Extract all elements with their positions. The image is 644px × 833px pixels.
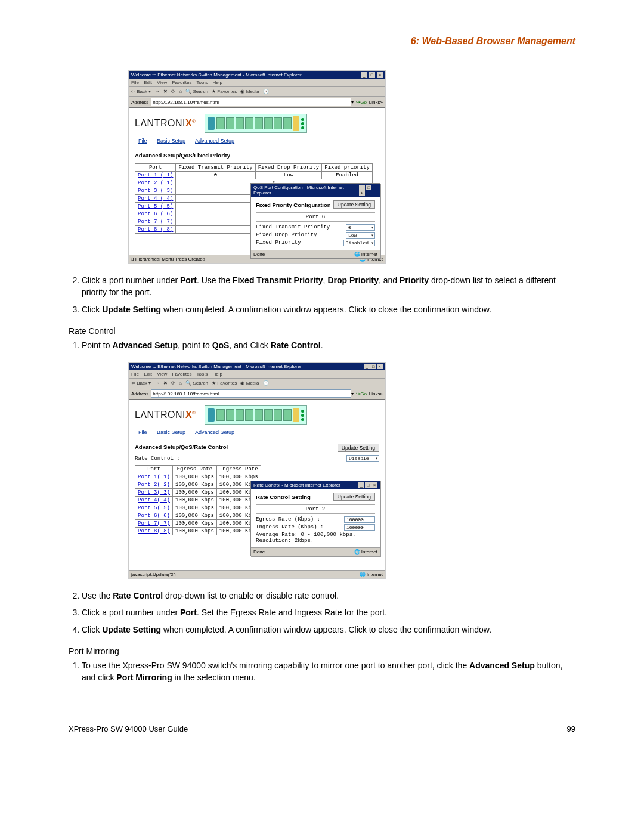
menu-view[interactable]: View xyxy=(157,371,167,377)
chapter-header: 6: Web-Based Browser Management xyxy=(69,36,575,47)
port-link[interactable]: Port 6( 6) xyxy=(138,513,170,519)
menu-file[interactable]: File xyxy=(131,371,139,377)
close-icon[interactable]: × xyxy=(371,482,377,488)
lantronix-logo: LΛNTRONIX® xyxy=(135,118,196,129)
back-button[interactable]: ⇦ Back ▾ xyxy=(131,380,151,386)
menu-tools[interactable]: Tools xyxy=(197,80,208,85)
home-icon[interactable]: ⌂ xyxy=(179,380,182,386)
port-link[interactable]: Port 5 ( 5) xyxy=(138,203,173,209)
search-button[interactable]: 🔍 Search xyxy=(185,89,208,94)
text: when completed. A confirmation window ap… xyxy=(161,625,491,634)
port-link[interactable]: Port 7 ( 7) xyxy=(138,219,173,225)
favorites-button[interactable]: ★ Favorites xyxy=(212,380,237,386)
fp-select[interactable]: Disabled xyxy=(343,240,375,246)
port-link[interactable]: Port 1 ( 1) xyxy=(138,172,173,178)
port-link[interactable]: Port 1( 1) xyxy=(138,474,170,480)
menu-edit[interactable]: Edit xyxy=(144,80,152,85)
address-dropdown-icon[interactable]: ▾ xyxy=(351,391,354,397)
table-row: Port 8( 8)100,000 Kbps100,000 Kbps xyxy=(135,528,261,535)
port-link[interactable]: Port 8( 8) xyxy=(138,528,170,534)
close-icon[interactable]: × xyxy=(359,190,365,196)
ie-addressbar: Address ▾ ↪Go Links » xyxy=(129,97,385,108)
go-button[interactable]: ↪Go xyxy=(356,391,367,397)
menu-help[interactable]: Help xyxy=(213,371,222,377)
window-buttons: _ □ × xyxy=(361,72,383,78)
egress-input[interactable]: 100000 xyxy=(344,516,375,523)
close-icon[interactable]: × xyxy=(377,364,383,369)
text: , point to xyxy=(178,340,212,350)
maximize-icon[interactable]: □ xyxy=(366,185,371,190)
fav-label: Favorites xyxy=(217,89,237,94)
refresh-icon[interactable]: ⟳ xyxy=(171,380,175,386)
update-setting-button[interactable]: Update Setting xyxy=(333,493,375,501)
menu-view[interactable]: View xyxy=(157,80,167,85)
menu-favorites[interactable]: Favorites xyxy=(172,80,192,85)
stop-icon[interactable]: ✖ xyxy=(163,380,168,386)
media-button[interactable]: ◉ Media xyxy=(240,380,259,386)
cell: 100,000 Kbps xyxy=(173,489,217,497)
port-link[interactable]: Port 2 ( 1) xyxy=(138,180,173,186)
menu-help[interactable]: Help xyxy=(213,80,222,85)
menu-tools[interactable]: Tools xyxy=(197,371,208,377)
search-button[interactable]: 🔍 Search xyxy=(185,380,208,386)
ftp-select[interactable]: 0 xyxy=(346,224,375,231)
refresh-icon[interactable]: ⟳ xyxy=(171,89,175,94)
table-row: Port 7( 7)100,000 Kbps100,000 Kbps xyxy=(135,520,261,528)
cell: 100,000 Kbps xyxy=(173,473,217,481)
links-label[interactable]: Links xyxy=(369,100,380,105)
nav-file[interactable]: File xyxy=(138,429,147,435)
go-button[interactable]: ↪Go xyxy=(356,100,367,105)
port-link[interactable]: Port 3( 3) xyxy=(138,490,170,496)
ingress-input[interactable]: 100000 xyxy=(344,524,375,531)
update-setting-button[interactable]: Update Setting xyxy=(338,444,379,452)
address-input[interactable] xyxy=(151,389,351,398)
port-link[interactable]: Port 4( 4) xyxy=(138,497,170,503)
minimize-icon[interactable]: _ xyxy=(364,364,370,369)
status-zone: 🌐 Internet xyxy=(354,252,377,257)
port-link[interactable]: Port 5( 5) xyxy=(138,505,170,511)
favorites-button[interactable]: ★ Favorites xyxy=(212,89,237,94)
nav-file[interactable]: File xyxy=(138,138,147,144)
menu-file[interactable]: File xyxy=(131,80,139,85)
stop-icon[interactable]: ✖ xyxy=(163,89,168,94)
history-icon[interactable]: 🕓 xyxy=(263,380,269,386)
address-input[interactable] xyxy=(151,98,351,106)
port-link[interactable]: Port 3 ( 3) xyxy=(138,188,173,194)
menu-edit[interactable]: Edit xyxy=(144,371,152,377)
home-icon[interactable]: ⌂ xyxy=(179,89,182,94)
port-link[interactable]: Port 6 ( 6) xyxy=(138,211,173,217)
cell: 100,000 Kbps xyxy=(173,528,217,535)
rate-control-table: Port Egress Rate Ingress Rate Port 1( 1)… xyxy=(135,465,261,535)
links-label[interactable]: Links xyxy=(369,391,380,397)
minimize-icon[interactable]: _ xyxy=(359,185,365,190)
maximize-icon[interactable]: □ xyxy=(370,364,376,369)
back-button[interactable]: ⇦ Back ▾ xyxy=(131,89,151,94)
popup-heading: Fixed Priority Configuration xyxy=(256,202,331,208)
nav-basic-setup[interactable]: Basic Setup xyxy=(157,429,185,435)
history-icon[interactable]: 🕓 xyxy=(263,89,269,94)
nav-advanced-setup[interactable]: Advanced Setup xyxy=(195,138,234,144)
maximize-icon[interactable]: □ xyxy=(369,72,375,78)
minimize-icon[interactable]: _ xyxy=(361,72,367,78)
nav-basic-setup[interactable]: Basic Setup xyxy=(157,138,185,144)
media-button[interactable]: ◉ Media xyxy=(240,89,259,94)
menu-favorites[interactable]: Favorites xyxy=(172,371,192,377)
fdp-select[interactable]: Low xyxy=(346,232,375,239)
port-link[interactable]: Port 8 ( 8) xyxy=(138,227,173,233)
page-number: 99 xyxy=(567,724,575,733)
address-dropdown-icon[interactable]: ▾ xyxy=(351,100,354,105)
row-label: Fixed Priority xyxy=(256,240,301,246)
rate-control-select[interactable]: Disable xyxy=(346,455,379,462)
forward-button[interactable]: → xyxy=(155,89,160,94)
bold: Port xyxy=(180,275,197,285)
close-icon[interactable]: × xyxy=(377,72,383,78)
port-link[interactable]: Port 7( 7) xyxy=(138,521,170,527)
port-link[interactable]: Port 4 ( 4) xyxy=(138,196,173,202)
update-setting-button[interactable]: Update Setting xyxy=(333,200,375,209)
forward-button[interactable]: → xyxy=(155,380,160,386)
cell: 100,000 Kbps xyxy=(173,497,217,504)
port-link[interactable]: Port 2( 2) xyxy=(138,482,170,488)
maximize-icon[interactable]: □ xyxy=(365,482,371,488)
minimize-icon[interactable]: _ xyxy=(358,482,364,488)
nav-advanced-setup[interactable]: Advanced Setup xyxy=(195,429,234,435)
